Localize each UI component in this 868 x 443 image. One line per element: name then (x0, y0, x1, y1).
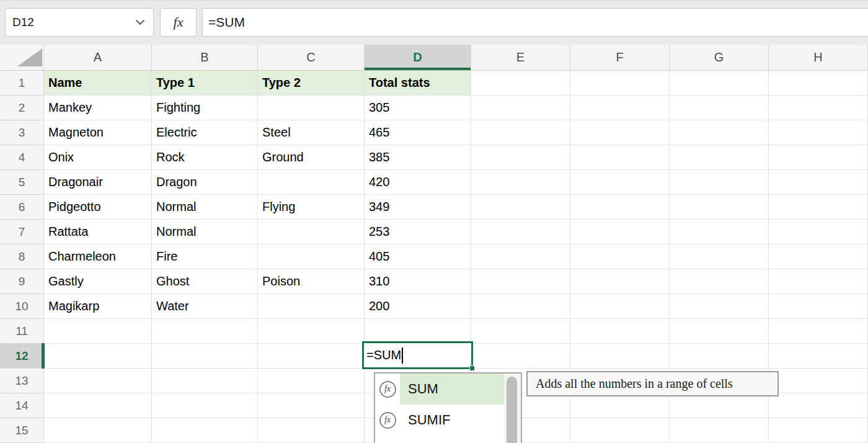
cell-G2[interactable] (670, 96, 769, 120)
cell-A8[interactable]: Charmeleon (44, 244, 152, 269)
cell-E11[interactable] (471, 319, 570, 344)
cell-B13[interactable] (152, 369, 258, 393)
cell-E5[interactable] (471, 170, 570, 195)
cell-C14[interactable] (258, 393, 365, 418)
column-header-A[interactable]: A (44, 45, 152, 71)
select-all-corner[interactable] (0, 45, 44, 71)
chevron-down-icon[interactable] (136, 16, 144, 25)
cell-A6[interactable]: Pidgeotto (44, 195, 152, 220)
cell-D4[interactable]: 385 (365, 145, 471, 170)
cell-G7[interactable] (670, 220, 769, 244)
cell-F1[interactable] (570, 71, 670, 96)
cell-A5[interactable]: Dragonair (44, 170, 152, 195)
cell-F10[interactable] (570, 294, 670, 319)
cell-A15[interactable] (44, 418, 152, 443)
row-header-8[interactable]: 8 (0, 244, 44, 269)
row-header-6[interactable]: 6 (0, 195, 44, 220)
cell-B14[interactable] (152, 393, 258, 418)
cell-B8[interactable]: Fire (152, 244, 258, 269)
column-header-H[interactable]: H (769, 45, 868, 71)
cell-F7[interactable] (570, 220, 670, 244)
cell-D3[interactable]: 465 (365, 120, 471, 145)
cell-C1[interactable]: Type 2 (258, 71, 365, 96)
column-header-C[interactable]: C (258, 45, 365, 71)
cell-D2[interactable]: 305 (365, 96, 471, 120)
cell-E4[interactable] (471, 145, 570, 170)
cell-A12[interactable] (44, 344, 152, 369)
row-header-7[interactable]: 7 (0, 220, 44, 244)
cell-F8[interactable] (570, 244, 670, 269)
cell-F4[interactable] (570, 145, 670, 170)
cell-C8[interactable] (258, 244, 365, 269)
cell-H5[interactable] (769, 170, 868, 195)
cell-B10[interactable]: Water (152, 294, 258, 319)
cell-D8[interactable]: 405 (365, 244, 471, 269)
cell-E7[interactable] (471, 220, 570, 244)
cell-H15[interactable] (769, 418, 868, 443)
row-header-14[interactable]: 14 (0, 393, 44, 418)
cell-G10[interactable] (670, 294, 769, 319)
cell-F9[interactable] (570, 269, 670, 294)
cell-B4[interactable]: Rock (152, 145, 258, 170)
cell-H2[interactable] (769, 96, 868, 120)
column-header-G[interactable]: G (670, 45, 769, 71)
cell-B1[interactable]: Type 1 (152, 71, 258, 96)
cell-C10[interactable] (258, 294, 365, 319)
cell-F5[interactable] (570, 170, 670, 195)
fill-handle[interactable] (469, 365, 475, 371)
cell-C6[interactable]: Flying (258, 195, 365, 220)
cell-C15[interactable] (258, 418, 365, 443)
cell-G11[interactable] (670, 319, 769, 344)
cell-C3[interactable]: Steel (258, 120, 365, 145)
column-header-B[interactable]: B (152, 45, 258, 71)
cell-H4[interactable] (769, 145, 868, 170)
cell-A3[interactable]: Magneton (44, 120, 152, 145)
cell-A9[interactable]: Gastly (44, 269, 152, 294)
cell-E10[interactable] (471, 294, 570, 319)
cell-H13[interactable] (769, 369, 868, 393)
cell-D11[interactable] (365, 319, 471, 344)
cell-G15[interactable] (670, 418, 769, 443)
cell-D5[interactable]: 420 (365, 170, 471, 195)
cell-G8[interactable] (670, 244, 769, 269)
cell-A11[interactable] (44, 319, 152, 344)
cell-F14[interactable] (570, 393, 670, 418)
autocomplete-item-sum[interactable]: fxSUM (375, 374, 504, 405)
cell-G12[interactable] (670, 344, 769, 369)
name-box[interactable]: D12 (5, 8, 154, 37)
cell-D9[interactable]: 310 (365, 269, 471, 294)
cell-G4[interactable] (670, 145, 769, 170)
column-header-F[interactable]: F (570, 45, 670, 71)
cell-B11[interactable] (152, 319, 258, 344)
row-header-10[interactable]: 10 (0, 294, 44, 319)
cell-F12[interactable] (570, 344, 670, 369)
cell-B2[interactable]: Fighting (152, 96, 258, 120)
row-header-9[interactable]: 9 (0, 269, 44, 294)
cell-C7[interactable] (258, 220, 365, 244)
cell-H7[interactable] (769, 220, 868, 244)
row-header-5[interactable]: 5 (0, 170, 44, 195)
cell-G3[interactable] (670, 120, 769, 145)
cell-A7[interactable]: Rattata (44, 220, 152, 244)
cell-H6[interactable] (769, 195, 868, 220)
dropdown-scrollbar-thumb[interactable] (507, 377, 517, 443)
cell-G14[interactable] (670, 393, 769, 418)
cell-B3[interactable]: Electric (152, 120, 258, 145)
row-header-4[interactable]: 4 (0, 145, 44, 170)
cell-H12[interactable] (769, 344, 868, 369)
column-header-E[interactable]: E (471, 45, 570, 71)
cell-F6[interactable] (570, 195, 670, 220)
row-header-13[interactable]: 13 (0, 369, 44, 393)
cell-B7[interactable]: Normal (152, 220, 258, 244)
cell-F3[interactable] (570, 120, 670, 145)
cell-B12[interactable] (152, 344, 258, 369)
cell-C2[interactable] (258, 96, 365, 120)
cell-E8[interactable] (471, 244, 570, 269)
cell-H14[interactable] (769, 393, 868, 418)
row-header-11[interactable]: 11 (0, 319, 44, 344)
cell-E1[interactable] (471, 71, 570, 96)
row-header-3[interactable]: 3 (0, 120, 44, 145)
cell-B6[interactable]: Normal (152, 195, 258, 220)
formula-bar-input[interactable]: =SUM (202, 8, 868, 37)
cell-E9[interactable] (471, 269, 570, 294)
